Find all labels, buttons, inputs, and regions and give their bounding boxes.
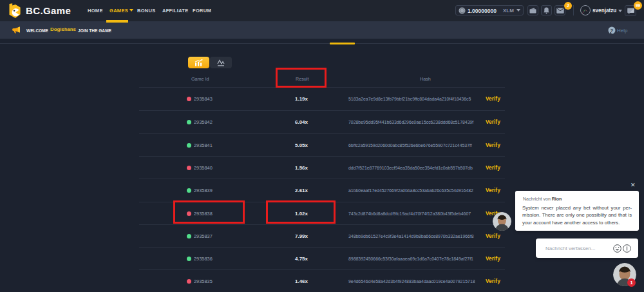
svg-text:?: ? xyxy=(611,28,614,34)
